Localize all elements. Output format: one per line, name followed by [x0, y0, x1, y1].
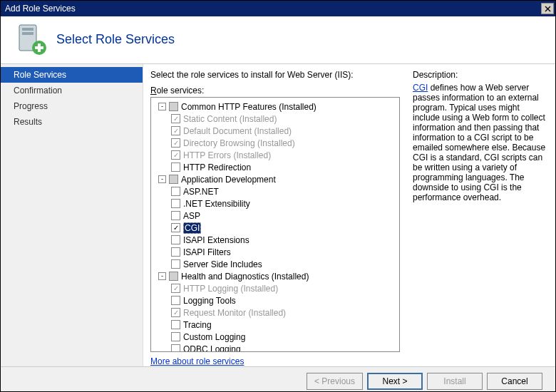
tree-item-label: Common HTTP Features (Installed) [181, 102, 316, 112]
tree-item[interactable]: Logging Tools [153, 294, 398, 306]
tree-item-label: HTTP Logging (Installed) [183, 284, 278, 294]
footer: < Previous Next > Install Cancel [1, 366, 555, 392]
tree-item[interactable]: ASP [153, 210, 398, 222]
svg-rect-1 [22, 28, 34, 31]
header: Select Role Services [1, 16, 555, 64]
checkbox[interactable] [171, 344, 180, 352]
tree-item[interactable]: Directory Browsing (Installed) [153, 137, 398, 149]
checkbox[interactable] [171, 296, 180, 305]
previous-button[interactable]: < Previous [307, 373, 363, 390]
tree-item[interactable]: HTTP Errors (Installed) [153, 149, 398, 161]
server-plus-icon [14, 22, 48, 56]
tree-item[interactable]: -Application Development [153, 173, 398, 185]
tree-item-label: Application Development [181, 175, 276, 185]
close-button[interactable] [541, 3, 554, 14]
checkbox[interactable] [171, 163, 180, 172]
tree-item-label: ASP [183, 211, 200, 221]
tree-item-label: Request Monitor (Installed) [183, 308, 286, 318]
expand-icon[interactable]: - [158, 103, 166, 110]
checkbox[interactable] [171, 150, 180, 160]
tree-item[interactable]: Request Monitor (Installed) [153, 306, 398, 319]
description-text: CGI defines how a Web server passes info… [413, 83, 548, 202]
tree-item-label: ISAPI Filters [183, 247, 231, 257]
tree-item[interactable]: Custom Logging [153, 331, 398, 343]
tree-item-label: CGI [183, 222, 201, 234]
tree-item[interactable]: ISAPI Extensions [153, 234, 398, 246]
tree-item-label: Directory Browsing (Installed) [183, 138, 295, 148]
description-heading: Description: [413, 70, 548, 80]
sidebar-item-progress[interactable]: Progress [1, 98, 143, 114]
checkbox[interactable] [171, 259, 180, 269]
checkbox[interactable] [169, 175, 178, 184]
tree-item[interactable]: ISAPI Filters [153, 246, 398, 258]
tree-item[interactable]: -Common HTTP Features (Installed) [153, 100, 398, 113]
checkbox[interactable] [171, 138, 180, 148]
tree-item[interactable]: Static Content (Installed) [153, 113, 398, 125]
checkbox[interactable] [171, 320, 180, 329]
titlebar: Add Role Services [1, 1, 555, 16]
description-link[interactable]: CGI [413, 83, 428, 93]
next-button[interactable]: Next > [367, 373, 423, 390]
more-link[interactable]: More about role services [150, 356, 400, 366]
tree-item-label: Health and Diagnostics (Installed) [181, 272, 309, 282]
tree-item[interactable]: -Health and Diagnostics (Installed) [153, 270, 398, 282]
checkbox[interactable] [171, 332, 180, 341]
tree-item[interactable]: .NET Extensibility [153, 197, 398, 210]
checkbox[interactable] [171, 223, 180, 232]
tree-item-label: ODBC Logging [183, 344, 241, 353]
tree-item-label: HTTP Errors (Installed) [183, 150, 271, 160]
checkbox[interactable] [171, 187, 180, 196]
role-services-label: Role services: [150, 86, 400, 96]
expand-icon[interactable]: - [158, 175, 166, 183]
role-services-tree[interactable]: -Common HTTP Features (Installed)Static … [150, 97, 400, 352]
intro-text: Select the role services to install for … [150, 70, 400, 80]
tree-item[interactable]: Server Side Includes [153, 258, 398, 270]
tree-item[interactable]: ODBC Logging [153, 343, 398, 352]
checkbox[interactable] [169, 272, 178, 281]
tree-item-label: Custom Logging [183, 332, 245, 342]
page-title: Select Role Services [56, 32, 175, 47]
checkbox[interactable] [171, 284, 180, 293]
install-button[interactable]: Install [427, 373, 483, 390]
tree-item-label: Default Document (Installed) [183, 126, 292, 136]
checkbox[interactable] [171, 114, 180, 123]
tree-item-label: Static Content (Installed) [183, 114, 277, 124]
checkbox[interactable] [171, 247, 180, 257]
expand-icon[interactable]: - [158, 272, 166, 280]
tree-item[interactable]: Tracing [153, 319, 398, 331]
tree-item-label: Server Side Includes [183, 259, 262, 269]
tree-item-label: HTTP Redirection [183, 163, 251, 172]
tree-item[interactable]: HTTP Redirection [153, 161, 398, 173]
tree-item[interactable]: CGI [153, 222, 398, 234]
checkbox[interactable] [171, 308, 180, 317]
svg-rect-5 [35, 46, 43, 49]
sidebar-item-confirmation[interactable]: Confirmation [1, 83, 143, 98]
tree-item-label: Tracing [183, 320, 212, 330]
tree-item-label: Logging Tools [183, 296, 236, 306]
close-icon [545, 6, 551, 12]
checkbox[interactable] [171, 199, 180, 208]
checkbox[interactable] [171, 235, 180, 244]
tree-item[interactable]: ASP.NET [153, 185, 398, 197]
checkbox[interactable] [169, 102, 178, 111]
checkbox[interactable] [171, 126, 180, 135]
tree-item[interactable]: Default Document (Installed) [153, 125, 398, 137]
cancel-button[interactable]: Cancel [487, 373, 542, 390]
checkbox[interactable] [171, 211, 180, 220]
tree-item-label: ASP.NET [183, 187, 219, 197]
tree-item[interactable]: HTTP Logging (Installed) [153, 282, 398, 294]
tree-item-label: ISAPI Extensions [183, 235, 249, 245]
sidebar-item-role-services[interactable]: Role Services [1, 67, 143, 83]
tree-item-label: .NET Extensibility [183, 199, 250, 209]
sidebar-item-results[interactable]: Results [1, 114, 143, 130]
sidebar: Role Services Confirmation Progress Resu… [1, 64, 143, 366]
svg-rect-2 [22, 32, 34, 35]
window-title: Add Role Services [5, 4, 76, 14]
